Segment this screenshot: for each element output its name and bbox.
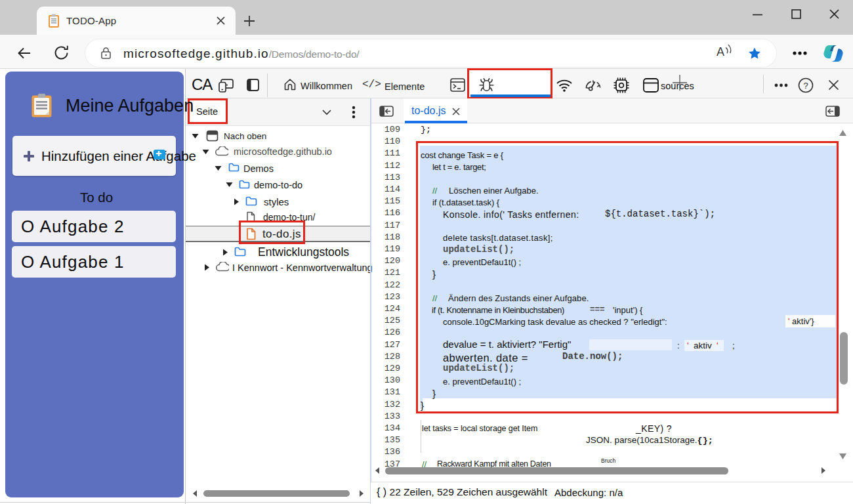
svg-text:?: ? — [803, 81, 808, 91]
